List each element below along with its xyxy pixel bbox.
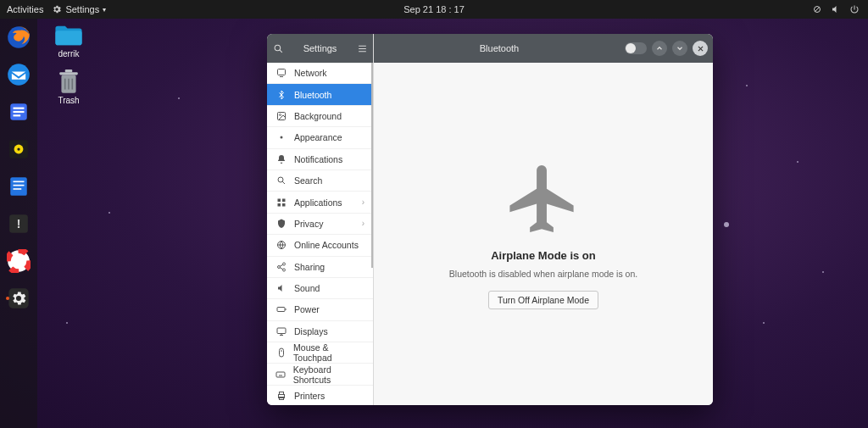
window-close-button[interactable] [693,41,708,56]
dock-help[interactable] [5,247,32,275]
panel-header: Bluetooth [374,34,713,63]
desktop-folder-derrik[interactable]: derrik [47,24,91,58]
svg-text:!: ! [16,216,20,231]
airplane-icon [497,158,590,242]
svg-point-46 [283,269,286,271]
dock-rhythmbox[interactable] [5,136,32,163]
sidebar-item-label: Sharing [294,262,325,272]
settings-sidebar: Settings NetworkBluetoothBackgroundAppea… [267,34,374,405]
svg-rect-54 [279,348,283,357]
panel-content: Airplane Mode is on Bluetooth is disable… [374,63,713,405]
search-icon [275,175,287,186]
bluetooth-toggle[interactable] [625,42,647,54]
sidebar-item-printers[interactable]: Printers [267,386,373,405]
privacy-icon [275,219,287,229]
dock-settings[interactable] [5,285,32,312]
sidebar-title: Settings [289,43,351,53]
sharing-icon [275,262,287,272]
background-icon [275,111,287,121]
sidebar-item-label: Power [294,304,320,314]
dock-files[interactable] [5,98,32,125]
sidebar-item-network[interactable]: Network [267,63,373,84]
svg-rect-40 [282,198,286,202]
chevron-right-icon: › [362,219,364,228]
svg-point-10 [17,147,19,150]
appearance-icon [275,132,287,142]
svg-rect-32 [278,69,286,75]
activities-button[interactable]: Activities [7,4,43,14]
svg-line-1 [815,7,820,12]
sidebar-item-displays[interactable]: Displays [267,321,373,342]
gear-icon [52,4,62,14]
sidebar-item-notifications[interactable]: Notifications [267,149,373,170]
trash-icon [53,70,84,94]
sidebar-item-label: Appearance [294,132,342,142]
sidebar-item-label: Online Accounts [294,240,359,250]
svg-point-45 [278,265,281,268]
window-maximize-button[interactable] [672,41,687,56]
sidebar-item-label: Bluetooth [294,90,331,100]
applications-icon [275,197,287,208]
chevron-down-icon: ▾ [103,6,106,14]
sidebar-item-background[interactable]: Background [267,106,373,127]
sidebar-item-sound[interactable]: Sound [267,278,373,299]
svg-line-38 [282,181,285,184]
sidebar-item-power[interactable]: Power [267,299,373,320]
sidebar-item-label: Displays [294,326,328,336]
svg-line-28 [279,49,281,52]
svg-rect-51 [277,328,286,334]
dock-firefox[interactable] [5,24,32,51]
network-status-icon[interactable] [812,4,822,14]
window-minimize-button[interactable] [652,41,667,56]
turn-off-airplane-mode-button[interactable]: Turn Off Airplane Mode [488,291,598,309]
svg-rect-23 [65,69,73,72]
panel-title: Bluetooth [379,43,620,53]
svg-line-47 [280,264,282,266]
dock-writer[interactable] [5,173,32,200]
sidebar-item-label: Network [294,68,327,78]
sidebar-item-online-accounts[interactable]: Online Accounts [267,235,373,256]
sidebar-scrollbar[interactable] [371,63,373,405]
svg-rect-13 [14,185,25,186]
svg-rect-20 [55,31,81,45]
mouse-icon [275,347,287,358]
hamburger-menu-button[interactable] [351,43,373,54]
airplane-mode-heading: Airplane Mode is on [491,249,596,262]
svg-rect-39 [278,198,281,202]
sidebar-list[interactable]: NetworkBluetoothBackgroundAppearanceNoti… [267,63,373,405]
sidebar-item-label: Mouse & Touchpad [293,342,364,363]
chevron-right-icon: › [362,197,364,207]
clock[interactable]: Sep 21 18 : 17 [403,4,465,14]
svg-rect-12 [14,181,25,183]
app-menu[interactable]: Settings ▾ [52,4,106,14]
volume-icon[interactable] [831,4,841,14]
sidebar-item-mouse-touchpad[interactable]: Mouse & Touchpad [267,342,373,364]
search-button[interactable] [267,43,289,54]
sidebar-item-label: Applications [294,197,342,208]
sidebar-item-bluetooth[interactable]: Bluetooth [267,84,373,105]
settings-main: Bluetooth Airplane Mode is on Bluetooth … [374,34,713,405]
dock-software[interactable]: ! [5,210,32,237]
svg-rect-63 [280,392,284,395]
dock-thunderbird[interactable] [5,61,32,88]
displays-icon [275,326,287,336]
airplane-mode-subtext: Bluetooth is disabled when airplane mode… [449,269,637,279]
sidebar-item-applications[interactable]: Applications› [267,192,373,213]
sidebar-item-keyboard-shortcuts[interactable]: Keyboard Shortcuts [267,364,373,385]
svg-point-27 [275,45,281,51]
power-icon[interactable] [849,4,860,14]
svg-rect-5 [14,108,25,109]
sidebar-item-search[interactable]: Search [267,170,373,192]
sidebar-item-privacy[interactable]: Privacy› [267,214,373,235]
svg-rect-19 [8,288,28,308]
svg-point-44 [283,263,286,265]
sidebar-item-label: Notifications [294,154,342,164]
sound-icon [275,283,287,293]
svg-point-35 [280,114,281,115]
desktop-trash[interactable]: Trash [47,70,91,105]
sidebar-item-sharing[interactable]: Sharing [267,257,373,278]
sidebar-item-label: Privacy [294,219,323,229]
svg-rect-22 [59,72,77,75]
sidebar-item-appearance[interactable]: Appearance [267,127,373,148]
sidebar-item-label: Keyboard Shortcuts [293,364,364,385]
